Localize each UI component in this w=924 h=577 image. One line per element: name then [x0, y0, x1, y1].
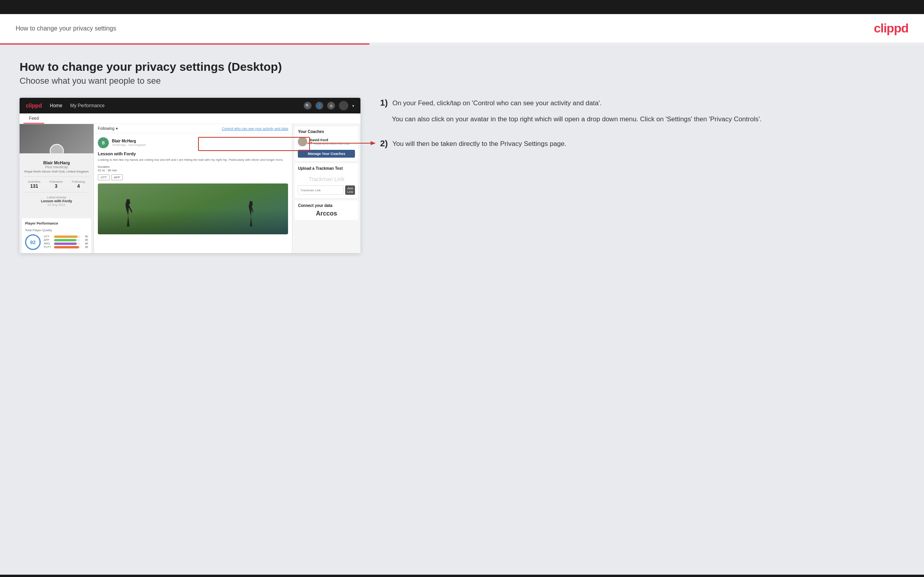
feed-header: Following ▾ Control who can see your act… [94, 124, 292, 133]
bar-putt: PUTT 96 [44, 246, 88, 248]
add-icon[interactable]: ⊕ [327, 102, 335, 110]
user-name: Blair McHarg [23, 160, 90, 165]
bar-arg-track [54, 243, 80, 245]
step-1: 1) On your Feed, click/tap on 'Control w… [380, 98, 901, 124]
stat-activities-label: Activities [28, 180, 41, 183]
instructions-panel: 1) On your Feed, click/tap on 'Control w… [376, 98, 904, 164]
post-card: B Blair McHarg Yesterday · Sunningdale L… [94, 133, 292, 238]
bar-arg-value: 86 [82, 242, 88, 245]
following-label: Following [98, 126, 114, 131]
add-link-button[interactable]: Add Link [345, 185, 355, 195]
footer: Copyright Clippd 2022 [0, 575, 924, 577]
bar-app-label: APP [44, 239, 52, 241]
step2-header: 2) You will then be taken directly to th… [380, 138, 901, 149]
post-description: Looking to feel like my hands are exitin… [98, 158, 288, 162]
step1-number: 1) [380, 98, 388, 108]
tag-app: APP [111, 174, 123, 180]
feed-tab[interactable]: Feed [23, 113, 44, 124]
stat-following-value: 4 [72, 183, 85, 189]
coach-row: David Ford 📍 Royal North Devon Golf Club [298, 137, 355, 146]
screenshot-mockup: clippd Home My Performance 🔍 👤 ⊕ ▾ Feed [20, 98, 360, 253]
duration-label: Duration [98, 165, 110, 169]
coach-info: David Ford 📍 Royal North Devon Golf Club [310, 138, 349, 145]
sidebar-profile-bg [20, 124, 94, 153]
trackman-card: Upload a Trackman Test Trackman Link Add… [295, 163, 358, 198]
tpq-bars: OTT 90 APP [44, 235, 88, 249]
page-title: How to change your privacy settings (Des… [20, 60, 904, 74]
chevron-down-icon: ▾ [352, 104, 354, 108]
stat-activities-value: 131 [28, 183, 41, 189]
following-button[interactable]: Following ▾ [98, 126, 118, 131]
stat-followers-value: 3 [49, 183, 63, 189]
duration-value: 01 hr : 30 min [98, 169, 117, 172]
bar-ott-label: OTT [44, 235, 52, 238]
bar-app-fill [54, 239, 76, 241]
stat-following: Following 4 [72, 180, 85, 189]
person-icon[interactable]: 👤 [315, 102, 323, 110]
coaches-title: Your Coaches [298, 129, 355, 134]
step-2: 2) You will then be taken directly to th… [380, 138, 901, 149]
mockup-nav-right: 🔍 👤 ⊕ ▾ [304, 101, 354, 110]
bar-app-track [54, 239, 80, 241]
mockup-tabs-row: Feed [20, 113, 360, 124]
bar-arg-label: ARG [44, 242, 52, 245]
page-subtitle: Choose what you want people to see [20, 76, 904, 86]
connect-data-card: Connect your data Arccos [295, 200, 358, 220]
location-icon: 📍 [310, 142, 313, 145]
bar-putt-value: 96 [82, 246, 88, 248]
post-tags: OTT APP [98, 174, 288, 180]
bar-arg: ARG 86 [44, 242, 88, 245]
player-performance-card: Player Performance Total Player Quality … [22, 218, 91, 253]
control-privacy-link[interactable]: Control who can see your activity and da… [222, 127, 288, 131]
bar-ott-fill [54, 235, 77, 238]
manage-coaches-button[interactable]: Manage Your Coaches [298, 150, 355, 158]
mockup-nav-performance[interactable]: My Performance [70, 103, 104, 108]
header: How to change your privacy settings clip… [0, 14, 924, 43]
main-content: How to change your privacy settings (Des… [0, 45, 924, 575]
trackman-link-input[interactable] [298, 185, 344, 195]
bar-putt-label: PUTT [44, 246, 52, 248]
bar-putt-track [54, 246, 80, 248]
user-club: Royal North Devon Golf Club, United King… [23, 170, 90, 173]
post-author-avatar: B [98, 137, 109, 148]
mockup-nav: clippd Home My Performance 🔍 👤 ⊕ ▾ [20, 98, 360, 113]
bar-ott-value: 90 [82, 235, 88, 238]
mockup-main-feed: Following ▾ Control who can see your act… [94, 124, 292, 253]
connect-title: Connect your data [298, 203, 355, 208]
post-meta: Yesterday · Sunningdale [112, 143, 146, 147]
stat-activities: Activities 131 [28, 180, 41, 189]
avatar-button[interactable] [339, 101, 348, 110]
step1-header: 1) On your Feed, click/tap on 'Control w… [380, 98, 901, 108]
player-performance-title: Player Performance [25, 221, 88, 225]
post-image [98, 183, 288, 234]
post-duration: Duration 01 hr : 30 min [98, 165, 288, 172]
post-author-info: Blair McHarg Yesterday · Sunningdale [112, 139, 146, 147]
tpq-label: Total Player Quality [25, 228, 88, 232]
latest-activity-name: Lesson with Fordy [27, 199, 86, 203]
post-author-name: Blair McHarg [112, 139, 146, 143]
sidebar-stats: Activities 131 Followers 3 Following 4 [23, 176, 90, 192]
trackman-input-row: Add Link [298, 185, 355, 195]
mockup-right-panel: Your Coaches David Ford 📍 Royal North De… [292, 124, 360, 253]
bar-arg-fill [54, 243, 77, 245]
post-title: Lesson with Fordy [98, 151, 288, 156]
bar-ott: OTT 90 [44, 235, 88, 238]
bar-putt-fill [54, 246, 79, 248]
tpq-score-circle: 92 [25, 234, 41, 250]
step2-number: 2) [380, 138, 388, 149]
mockup-body: Blair McHarg Plus Handicap Royal North D… [20, 124, 360, 253]
tag-ott: OTT [98, 174, 110, 180]
coach-club-name: Royal North Devon Golf Club [314, 142, 349, 145]
step1-text: On your Feed, click/tap on 'Control who … [393, 98, 602, 108]
stat-following-label: Following [72, 180, 85, 183]
following-chevron-icon: ▾ [116, 126, 118, 131]
mockup-wrapper: clippd Home My Performance 🔍 👤 ⊕ ▾ Feed [20, 98, 360, 253]
mockup-sidebar: Blair McHarg Plus Handicap Royal North D… [20, 124, 94, 253]
mockup-nav-home[interactable]: Home [50, 103, 62, 108]
svg-marker-1 [371, 141, 376, 145]
stat-followers: Followers 3 [49, 180, 63, 189]
sidebar-latest: Latest Activity Lesson with Fordy 03 Aug… [23, 196, 90, 214]
search-icon[interactable]: 🔍 [304, 102, 312, 110]
stat-followers-label: Followers [49, 180, 63, 183]
mockup-logo: clippd [26, 102, 42, 109]
